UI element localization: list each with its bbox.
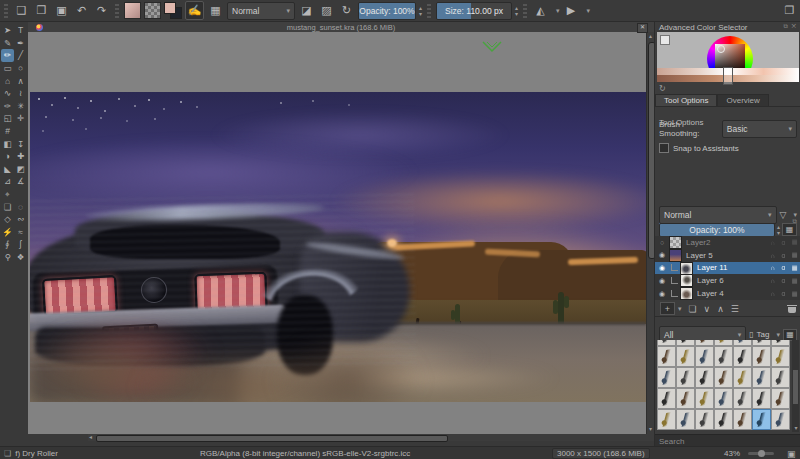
tag-button-label[interactable]: Tag (757, 330, 770, 339)
chevron-down-icon[interactable]: ▾ (587, 7, 591, 15)
brush-preset-tile[interactable] (714, 388, 733, 409)
polygon-select-tool[interactable]: ◇ (1, 213, 14, 226)
opacity-spinner[interactable]: ▴ ▾ (419, 5, 422, 17)
contiguous-select-tool[interactable]: ⚡ (1, 226, 14, 239)
layer-options-icon[interactable]: ▦ (782, 223, 797, 236)
ellipse-tool[interactable]: ○ (14, 62, 27, 75)
brush-preset-tile[interactable] (676, 388, 695, 409)
freehand-select-tool[interactable]: ∾ (14, 213, 27, 226)
scroll-up-icon[interactable]: ▴ (649, 33, 652, 40)
move-tool[interactable]: ✛ (14, 112, 27, 125)
preset-scrollbar[interactable] (792, 340, 799, 432)
layer-props-icon[interactable]: ▦ (790, 251, 799, 259)
layer-row[interactable]: ○Layer2∩α▦ (655, 236, 800, 249)
mirror-horizontal-icon[interactable]: ◭ (532, 2, 549, 19)
rectangle-tool[interactable]: ▭ (1, 62, 14, 75)
colorize-mask-tool[interactable]: ◑ (1, 150, 14, 163)
scroll-down-icon[interactable]: ▾ (649, 426, 652, 433)
spin-down-icon[interactable]: ▾ (515, 11, 518, 17)
layer-name[interactable]: Layer 6 (697, 276, 766, 285)
layer-visibility-icon[interactable]: ◉ (657, 277, 667, 285)
measure-tool[interactable]: ∡ (14, 175, 27, 188)
polygon-tool[interactable]: ⌂ (1, 74, 14, 87)
tag-icon[interactable]: ▯ (749, 330, 753, 339)
freehand-path-tool[interactable]: ≀ (14, 87, 27, 100)
eraser-mode-icon[interactable]: ◪ (298, 2, 315, 19)
choose-brush-preset-icon[interactable]: ▦ (207, 2, 224, 19)
gradient-tool[interactable]: ◧ (1, 137, 14, 150)
color-sampler-tool[interactable]: ↧ (14, 137, 27, 150)
spin-down-icon[interactable]: ▾ (419, 11, 422, 17)
brush-preset-tile[interactable] (657, 367, 676, 388)
layer-row[interactable]: ◉Layer 4∩α▦ (655, 287, 800, 300)
save-icon[interactable]: ▣ (53, 2, 70, 19)
brush-preset-tile[interactable] (752, 388, 771, 409)
foreground-color[interactable] (164, 2, 176, 14)
brush-size-spinner[interactable]: ▴ ▾ (515, 5, 518, 17)
select-shapes-tool[interactable]: ➤ (1, 24, 14, 37)
layer-thumbnail[interactable] (669, 236, 682, 249)
layer-row[interactable]: ◉Layer 5∩α▦ (655, 249, 800, 262)
horizontal-scrollbar-thumb[interactable] (96, 435, 448, 442)
painting-canvas[interactable] (30, 92, 646, 402)
brush-preset-tile[interactable] (752, 367, 771, 388)
delete-layer-icon[interactable] (788, 305, 796, 313)
pan-tool[interactable]: ❖ (14, 251, 27, 264)
reload-preset-icon[interactable]: ↻ (338, 2, 355, 19)
chevron-down-icon[interactable]: ▾ (776, 331, 780, 339)
brush-preset-tile[interactable] (733, 388, 752, 409)
layer-props-icon[interactable]: ▦ (790, 277, 799, 285)
brush-preset-tile[interactable] (695, 346, 714, 367)
layer-row[interactable]: ◉Layer 6∩α▦ (655, 274, 800, 287)
layer-opacity-spinner[interactable]: ▴ ▾ (777, 224, 780, 236)
duplicate-layer-icon[interactable]: ❏ (689, 304, 697, 314)
brush-preset-tile[interactable] (771, 388, 790, 409)
calligraphy-tool[interactable]: ✒ (14, 37, 27, 50)
brush-size-slider[interactable]: Size: 110.00 px (436, 2, 512, 20)
polyline-tool[interactable]: ∧ (14, 74, 27, 87)
preset-scrollbar-thumb[interactable] (793, 370, 798, 404)
layer-alpha-icon[interactable]: α (779, 264, 788, 271)
brush-preset-tile[interactable] (733, 367, 752, 388)
layer-lock-icon[interactable]: ∩ (768, 290, 777, 297)
tab-tool-options[interactable]: Tool Options (655, 94, 717, 106)
assistants-tool[interactable]: ⊿ (1, 175, 14, 188)
docker-buttons[interactable]: ⧉ ✕ (783, 23, 797, 30)
layer-props-icon[interactable]: ▦ (790, 290, 799, 298)
layer-thumbnail[interactable] (669, 249, 682, 262)
brush-preset-tile[interactable] (733, 409, 752, 430)
brush-preset-tile[interactable] (714, 346, 733, 367)
preset-search-input[interactable] (655, 437, 800, 446)
brush-preset-tile[interactable] (676, 346, 695, 367)
document-close-icon[interactable]: ✕ (637, 23, 648, 33)
layer-thumbnail[interactable] (680, 287, 693, 300)
layer-filter-funnel-icon[interactable]: ▽ (780, 210, 787, 220)
open-document-icon[interactable]: ❒ (33, 2, 50, 19)
ellipse-select-tool[interactable]: ◌ (14, 200, 27, 213)
scroll-left-icon[interactable]: ◂ (89, 434, 92, 441)
choose-workspace-icon[interactable]: ❐ (781, 2, 798, 19)
brush-preset-tile[interactable] (752, 409, 771, 430)
edit-shapes-tool[interactable]: ✎ (1, 37, 14, 50)
layer-lock-icon[interactable]: ∩ (768, 264, 777, 271)
layer-visibility-icon[interactable]: ◉ (657, 290, 667, 298)
layer-thumbnail[interactable] (680, 274, 693, 287)
fill-tool[interactable]: ◣ (1, 163, 14, 176)
move-layer-up-icon[interactable]: ∧ (717, 304, 724, 314)
preset-view-mode-icon[interactable]: ▦ (783, 329, 797, 341)
layer-name[interactable]: Layer 4 (697, 289, 766, 298)
foreground-background-colors[interactable] (164, 2, 182, 19)
brush-preset-tile[interactable] (714, 367, 733, 388)
brush-preset-tile[interactable] (676, 409, 695, 430)
zoom-slider-knob[interactable] (758, 450, 765, 457)
zoom-slider[interactable] (748, 452, 774, 455)
brush-preset-tile[interactable] (657, 346, 676, 367)
zoom-fit-icon[interactable]: ▣ (787, 449, 796, 459)
layer-name[interactable]: Layer 11 (697, 263, 766, 272)
toolbar-grip[interactable] (523, 4, 527, 18)
color-selector-docker-title[interactable]: Advanced Color Selector ⧉ ✕ (655, 22, 800, 32)
preserve-alpha-icon[interactable]: ▨ (318, 2, 335, 19)
edit-brush-settings-icon[interactable]: ✍ (185, 1, 204, 20)
layer-name[interactable]: Layer2 (686, 238, 766, 247)
blending-mode-dropdown[interactable]: Normal ▾ (227, 2, 295, 20)
